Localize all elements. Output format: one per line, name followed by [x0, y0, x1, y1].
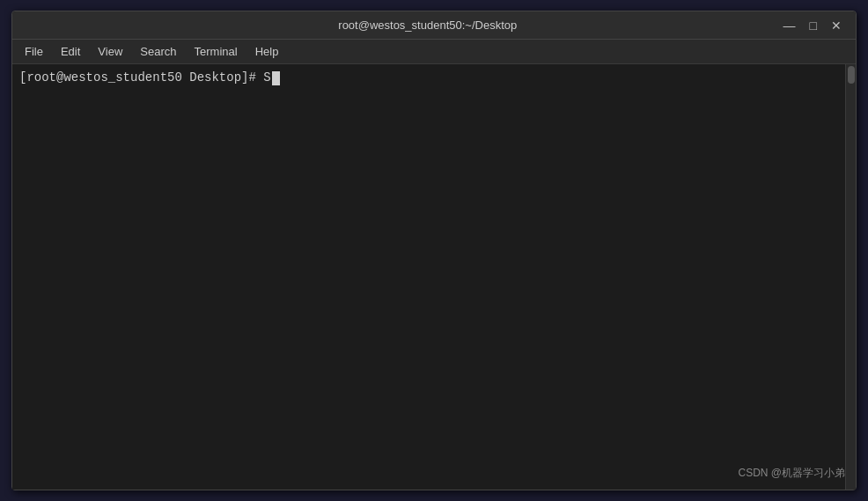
- menu-file[interactable]: File: [18, 42, 50, 61]
- terminal-cursor: [272, 71, 280, 85]
- scrollbar[interactable]: [845, 64, 856, 490]
- title-bar: root@westos_student50:~/Desktop — □ ✕: [12, 11, 856, 40]
- menu-view[interactable]: View: [91, 42, 129, 61]
- terminal-window: root@westos_student50:~/Desktop — □ ✕ Fi…: [11, 11, 857, 490]
- window-controls: — □ ✕: [780, 18, 845, 33]
- menu-edit[interactable]: Edit: [54, 42, 87, 61]
- watermark: CSDN @机器学习小弟: [738, 466, 845, 481]
- terminal-body[interactable]: [root@westos_student50 Desktop]# S CSDN …: [12, 64, 856, 490]
- maximize-button[interactable]: □: [806, 18, 820, 33]
- terminal-line: [root@westos_student50 Desktop]# S: [19, 70, 849, 87]
- minimize-button[interactable]: —: [780, 18, 799, 33]
- window-title: root@westos_student50:~/Desktop: [76, 18, 780, 32]
- menu-bar: File Edit View Search Terminal Help: [12, 40, 856, 64]
- scrollbar-thumb[interactable]: [848, 66, 855, 84]
- menu-help[interactable]: Help: [248, 42, 286, 61]
- close-button[interactable]: ✕: [828, 18, 845, 33]
- terminal-prompt: [root@westos_student50 Desktop]#: [19, 70, 263, 87]
- terminal-input: S: [263, 70, 270, 87]
- menu-search[interactable]: Search: [133, 42, 183, 61]
- menu-terminal[interactable]: Terminal: [188, 42, 245, 61]
